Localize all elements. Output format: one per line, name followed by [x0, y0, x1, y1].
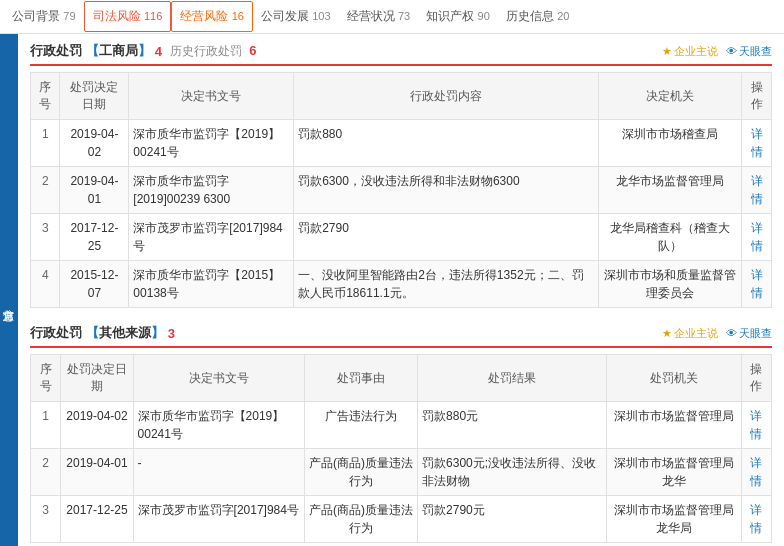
table-row: 3 2017-12-25 深市茂罗市监罚字[2017]984号 罚款2790 龙… [31, 214, 772, 261]
cell-action[interactable]: 详情 [742, 214, 772, 261]
detail-link[interactable]: 详情 [750, 409, 762, 441]
detail-link[interactable]: 详情 [751, 221, 763, 253]
cell-reason: 产品(商品)质量违法行为 [305, 496, 418, 543]
tab-company-development[interactable]: 公司发展 103 [253, 2, 339, 31]
s2-col-action: 操作 [741, 355, 771, 402]
detail-link[interactable]: 详情 [750, 456, 762, 488]
cell-doc: 深市质华市监罚字【2015】00138号 [129, 261, 294, 308]
cell-reason: 产品(商品)质量违法行为 [305, 449, 418, 496]
section2-right: ★ 企业主说 👁 天眼查 [662, 326, 772, 341]
s2-col-authority: 处罚机关 [607, 355, 741, 402]
cell-date: 2019-04-01 [60, 167, 129, 214]
tab-business-risk[interactable]: 经营风险 16 [171, 1, 253, 32]
cell-num: 1 [31, 120, 60, 167]
detail-link[interactable]: 详情 [751, 174, 763, 206]
eye-icon1: 👁 [726, 45, 737, 57]
cell-content: 罚款2790 [294, 214, 599, 261]
history-link[interactable]: 历史行政处罚 6 [170, 43, 261, 60]
detail-link[interactable]: 详情 [751, 268, 763, 300]
cell-doc: - [133, 449, 304, 496]
tab-company-background[interactable]: 公司背景 79 [4, 2, 84, 31]
cell-doc: 深市茂罗市监罚字[2017]984号 [133, 496, 304, 543]
section1-header: 行政处罚 【工商局】 4 历史行政处罚 6 ★ 企业主说 👁 天眼查 [30, 42, 772, 66]
star-icon2: ★ [662, 327, 672, 340]
cell-result: 罚款6300元;没收违法所得、没收非法财物 [418, 449, 607, 496]
main-content: 行政处罚 【工商局】 4 历史行政处罚 6 ★ 企业主说 👁 天眼查 [18, 34, 784, 546]
cell-num: 3 [31, 214, 60, 261]
col-authority-1: 决定机关 [599, 73, 742, 120]
cell-num: 4 [31, 261, 60, 308]
top-navigation: 公司背景 79 司法风险 116 经营风险 16 公司发展 103 经营状况 7… [0, 0, 784, 34]
cell-result: 罚款2790元 [418, 496, 607, 543]
s2-col-doc: 决定书文号 [133, 355, 304, 402]
s2-col-date: 处罚决定日期 [61, 355, 133, 402]
section2-table-body: 1 2019-04-02 深市质华市监罚字【2019】00241号 广告违法行为… [31, 402, 772, 543]
section1-table-body: 1 2019-04-02 深市质华市监罚字【2019】00241号 罚款880 … [31, 120, 772, 308]
cell-doc: 深市质华市监罚字【2019】00241号 [129, 120, 294, 167]
detail-link[interactable]: 详情 [750, 503, 762, 535]
cell-doc: 深市质华市监罚字[2019]00239 6300 [129, 167, 294, 214]
cell-num: 3 [31, 496, 61, 543]
table-row: 2 2019-04-01 - 产品(商品)质量违法行为 罚款6300元;没收违法… [31, 449, 772, 496]
table-row: 3 2017-12-25 深市茂罗市监罚字[2017]984号 产品(商品)质量… [31, 496, 772, 543]
cell-authority: 深圳市市场监督管理局 [607, 402, 741, 449]
eye-icon2: 👁 [726, 327, 737, 339]
cell-content: 罚款6300，没收违法所得和非法财物6300 [294, 167, 599, 214]
cell-doc: 深市质华市监罚字【2019】00241号 [133, 402, 304, 449]
section2-table: 序号 处罚决定日期 决定书文号 处罚事由 处罚结果 处罚机关 操作 1 2019… [30, 354, 772, 543]
cell-authority: 深圳市市场监督管理局龙华 [607, 449, 741, 496]
side-label-official[interactable]: 官方信息 [0, 34, 18, 546]
tab-business-status[interactable]: 经营状况 73 [339, 2, 419, 31]
cell-action[interactable]: 详情 [741, 496, 771, 543]
cell-content: 一、没收阿里智能路由2台，违法所得1352元；二、罚款人民币18611.1元。 [294, 261, 599, 308]
col-content-1: 行政处罚内容 [294, 73, 599, 120]
cell-action[interactable]: 详情 [741, 449, 771, 496]
cell-num: 2 [31, 167, 60, 214]
cell-num: 2 [31, 449, 61, 496]
cell-date: 2019-04-02 [60, 120, 129, 167]
cell-action[interactable]: 详情 [741, 402, 771, 449]
cell-doc: 深市茂罗市监罚字[2017]984号 [129, 214, 294, 261]
section2-table-head: 序号 处罚决定日期 决定书文号 处罚事由 处罚结果 处罚机关 操作 [31, 355, 772, 402]
cell-authority: 龙华局稽查科（稽查大队） [599, 214, 742, 261]
col-action-1: 操作 [742, 73, 772, 120]
enterprise-comment-btn2[interactable]: ★ 企业主说 [662, 326, 718, 341]
cell-date: 2019-04-02 [61, 402, 133, 449]
table-row: 2 2019-04-01 深市质华市监罚字[2019]00239 6300 罚款… [31, 167, 772, 214]
cell-action[interactable]: 详情 [742, 261, 772, 308]
s2-col-result: 处罚结果 [418, 355, 607, 402]
section1-right: ★ 企业主说 👁 天眼查 [662, 44, 772, 59]
tab-ip[interactable]: 知识产权 90 [418, 2, 498, 31]
cell-action[interactable]: 详情 [742, 167, 772, 214]
cell-date: 2017-12-25 [61, 496, 133, 543]
main-layout: 官方信息 自主信息 行政处罚 【工商局】 4 历史行政处罚 6 ★ 企业主说 👁 [0, 34, 784, 546]
cell-date: 2017-12-25 [60, 214, 129, 261]
cell-reason: 广告违法行为 [305, 402, 418, 449]
s2-col-num: 序号 [31, 355, 61, 402]
cell-num: 1 [31, 402, 61, 449]
cell-authority: 龙华市场监督管理局 [599, 167, 742, 214]
tianyan-link1[interactable]: 👁 天眼查 [726, 44, 772, 59]
cell-authority: 深圳市市场稽查局 [599, 120, 742, 167]
cell-content: 罚款880 [294, 120, 599, 167]
enterprise-comment-btn1[interactable]: ★ 企业主说 [662, 44, 718, 59]
col-num-1: 序号 [31, 73, 60, 120]
table-row: 1 2019-04-02 深市质华市监罚字【2019】00241号 广告违法行为… [31, 402, 772, 449]
tab-legal-risk[interactable]: 司法风险 116 [84, 1, 172, 32]
star-icon: ★ [662, 45, 672, 58]
tianyan-link2[interactable]: 👁 天眼查 [726, 326, 772, 341]
col-date-1: 处罚决定日期 [60, 73, 129, 120]
cell-date: 2019-04-01 [61, 449, 133, 496]
side-labels: 官方信息 自主信息 [0, 34, 18, 546]
cell-action[interactable]: 详情 [742, 120, 772, 167]
cell-date: 2015-12-07 [60, 261, 129, 308]
cell-authority: 深圳市市场和质量监督管理委员会 [599, 261, 742, 308]
section2-header: 行政处罚 【其他来源】 3 ★ 企业主说 👁 天眼查 [30, 324, 772, 348]
section2-gap: 行政处罚 【其他来源】 3 ★ 企业主说 👁 天眼查 [30, 324, 772, 543]
cell-result: 罚款880元 [418, 402, 607, 449]
table-row: 4 2015-12-07 深市质华市监罚字【2015】00138号 一、没收阿里… [31, 261, 772, 308]
section1-table-head: 序号 处罚决定日期 决定书文号 行政处罚内容 决定机关 操作 [31, 73, 772, 120]
section1-table: 序号 处罚决定日期 决定书文号 行政处罚内容 决定机关 操作 1 2019-04… [30, 72, 772, 308]
detail-link[interactable]: 详情 [751, 127, 763, 159]
tab-history[interactable]: 历史信息 20 [498, 2, 578, 31]
